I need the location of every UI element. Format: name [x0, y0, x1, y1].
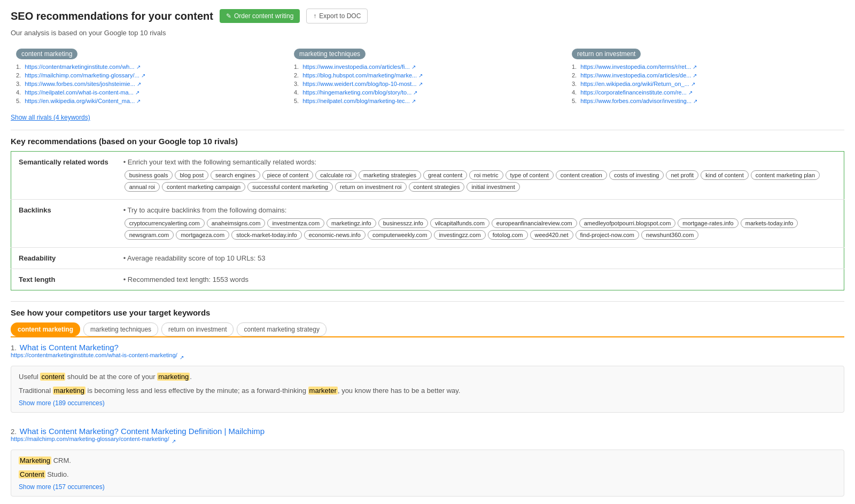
result-title[interactable]: What is Content Marketing?: [20, 343, 119, 352]
rival-link[interactable]: 4. https://neilpatel.com/what-is-content…: [16, 89, 283, 96]
tag: content marketing plan: [751, 170, 820, 180]
tag: calculate roi: [315, 170, 356, 180]
tag: investingzz.com: [434, 230, 485, 240]
rival-link[interactable]: 5. https://www.forbes.com/advisor/invest…: [572, 98, 839, 104]
keyword-tab[interactable]: return on investment: [161, 322, 234, 336]
rival-col: content marketing 1. https://contentmark…: [11, 44, 289, 111]
bullet-text: Recommended text length: 1553 words: [123, 275, 248, 284]
rival-link[interactable]: 5. https://neilpatel.com/blog/marketing-…: [294, 98, 561, 104]
table-row: Readability Average readability score of…: [11, 248, 844, 269]
rival-link[interactable]: 3. https://en.wikipedia.org/wiki/Return_…: [572, 81, 839, 87]
competitors-title: See how your competitors use your target…: [11, 308, 844, 317]
rivals-grid: content marketing 1. https://contentmark…: [11, 44, 844, 111]
tag: type of content: [506, 170, 554, 180]
rival-list: 1. https://contentmarketinginstitute.com…: [16, 64, 283, 104]
rival-link[interactable]: 2. https://mailchimp.com/marketing-gloss…: [16, 72, 283, 78]
result-item: 2. What is Content Marketing? Content Ma…: [11, 427, 844, 502]
tag: newshunt360.com: [641, 230, 698, 240]
rival-link[interactable]: 1. https://contentmarketinginstitute.com…: [16, 64, 283, 70]
result-url[interactable]: https://mailchimp.com/marketing-glossary…: [11, 436, 169, 442]
table-row: Semantically related words Enrich your t…: [11, 152, 844, 200]
tag: newsgram.com: [125, 230, 174, 240]
export-to-doc-button[interactable]: Export to DOC: [306, 9, 368, 23]
table-row: Backlinks Try to acquire backlinks from …: [11, 200, 844, 248]
external-link-icon: ↗: [693, 64, 697, 70]
row-label: Text length: [11, 269, 116, 290]
rival-link[interactable]: 4. https://corporatefinanceinstitute.com…: [572, 89, 839, 96]
tag: fotolog.com: [488, 230, 528, 240]
table-row: Text length Recommended text length: 155…: [11, 269, 844, 290]
row-content: Enrich your text with the following sema…: [116, 152, 844, 200]
tag: piece of content: [262, 170, 314, 180]
external-link-icon: ↗: [137, 81, 141, 87]
keyword-badge: content marketing: [16, 49, 77, 59]
show-more-link[interactable]: Show more (157 occurrences): [19, 483, 105, 491]
tag: cryptocurrencyalerting.com: [125, 218, 205, 228]
rival-link[interactable]: 2. https://blog.hubspot.com/marketing/ma…: [294, 72, 561, 78]
rival-link[interactable]: 2. https://www.investopedia.com/articles…: [572, 72, 839, 78]
rival-list: 1. https://www.investopedia.com/terms/r/…: [572, 64, 839, 104]
external-link-icon: ↗: [693, 98, 697, 104]
tag: blog post: [175, 170, 208, 180]
result-text: Content Studio.: [19, 469, 836, 480]
row-content: Average readability score of top 10 URLs…: [116, 248, 844, 269]
result-url[interactable]: https://contentmarketinginstitute.com/wh…: [11, 352, 177, 358]
keyword-tab[interactable]: content marketing strategy: [237, 322, 326, 336]
external-link-icon: ↗: [135, 90, 139, 96]
external-link-icon: ↗: [136, 64, 141, 70]
row-content: Recommended text length: 1553 words: [116, 269, 844, 290]
tag: economic-news.info: [304, 230, 366, 240]
rival-col: return on investment 1. https://www.inve…: [566, 44, 844, 111]
subtitle: Our analysis is based on your Google top…: [11, 29, 844, 37]
result-box: Useful content should be at the core of …: [11, 366, 844, 413]
result-text: Useful content should be at the core of …: [19, 372, 836, 382]
tag: businesszz.info: [378, 218, 428, 228]
rival-link[interactable]: 4. https://hingemarketing.com/blog/story…: [294, 89, 561, 96]
bullet-text: Try to acquire backlinks from the follow…: [123, 206, 287, 214]
row-label: Semantically related words: [11, 152, 116, 200]
result-text: Traditional marketing is becoming less a…: [19, 385, 836, 396]
tag: successful content marketing: [247, 182, 333, 192]
recommendations-table: Semantically related words Enrich your t…: [11, 151, 844, 290]
external-link-icon: ↗: [691, 81, 695, 87]
show-all-rivals-link[interactable]: Show all rivals (4 keywords): [11, 114, 844, 121]
rival-link[interactable]: 3. https://www.weidert.com/blog/top-10-m…: [294, 81, 561, 87]
bullet-text: Average readability score of top 10 URLs…: [123, 254, 266, 262]
order-content-writing-button[interactable]: Order content writing: [220, 9, 300, 23]
tag: content strategies: [409, 182, 465, 192]
rival-link[interactable]: 5. https://en.wikipedia.org/wiki/Content…: [16, 98, 283, 104]
tag: mortgageza.com: [176, 230, 229, 240]
keyword-badge: return on investment: [572, 49, 641, 59]
tag: initial investment: [467, 182, 519, 192]
external-link-icon: ↗: [180, 355, 184, 360]
external-link-icon: ↗: [411, 64, 416, 70]
tag: business goals: [125, 170, 173, 180]
rival-link[interactable]: 1. https://www.investopedia.com/articles…: [294, 64, 561, 70]
tag: computerweekly.com: [368, 230, 432, 240]
page-title: SEO recommendations for your content: [11, 10, 213, 22]
keyword-tab[interactable]: marketing techniques: [83, 322, 158, 336]
external-link-icon: ↗: [418, 73, 423, 78]
rival-link[interactable]: 1. https://www.investopedia.com/terms/r/…: [572, 64, 839, 70]
rival-link[interactable]: 3. https://www.forbes.com/sites/joshstei…: [16, 81, 283, 87]
show-more-link[interactable]: Show more (189 occurrences): [19, 399, 105, 407]
row-content: Try to acquire backlinks from the follow…: [116, 200, 844, 248]
tag: weed420.net: [530, 230, 573, 240]
result-number: 1.: [11, 344, 17, 352]
tab-content: 1. What is Content Marketing? https://co…: [11, 336, 844, 502]
rival-col: marketing techniques 1. https://www.inve…: [289, 44, 566, 111]
rival-list: 1. https://www.investopedia.com/articles…: [294, 64, 561, 104]
tag: amedleyofpotpourri.blogspot.com: [579, 218, 676, 228]
row-label: Backlinks: [11, 200, 116, 248]
tag: great content: [423, 170, 467, 180]
tag: content creation: [556, 170, 607, 180]
tag: marketing strategies: [359, 170, 421, 180]
tag: costs of investing: [609, 170, 664, 180]
keyword-tab[interactable]: content marketing: [11, 322, 80, 336]
tag: annual roi: [125, 182, 160, 192]
external-link-icon: ↗: [411, 98, 416, 104]
tag: net profit: [666, 170, 698, 180]
result-number: 2.: [11, 428, 17, 436]
tag: kind of content: [701, 170, 749, 180]
result-title[interactable]: What is Content Marketing? Content Marke…: [20, 427, 265, 436]
